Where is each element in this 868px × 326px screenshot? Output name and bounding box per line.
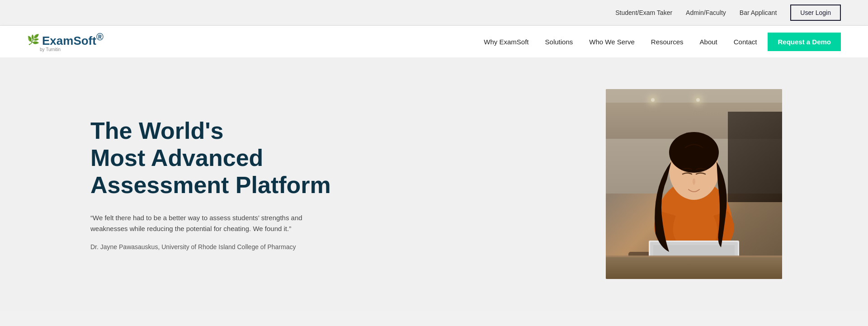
topbar-link-admin[interactable]: Admin/Faculty <box>686 9 726 16</box>
hero-person-svg <box>606 107 782 279</box>
main-nav: 🌿 ExamSoft® by Turnitin Why ExamSoft Sol… <box>0 26 868 57</box>
logo-icon: 🌿 <box>27 34 39 46</box>
hero-title: The World'sMost AdvancedAssessment Platf… <box>90 118 335 198</box>
nav-contact[interactable]: Contact <box>734 38 757 46</box>
hero-quote: “We felt there had to be a better way to… <box>90 213 335 234</box>
nav-who-we-serve[interactable]: Who We Serve <box>589 38 635 46</box>
logo-brand: ExamSoft® <box>42 31 104 48</box>
nav-why-examsoft[interactable]: Why ExamSoft <box>484 38 528 46</box>
topbar-link-bar-applicant[interactable]: Bar Applicant <box>740 9 777 16</box>
hero-attribution: Dr. Jayne Pawasauskus, University of Rho… <box>90 243 335 250</box>
user-login-button[interactable]: User Login <box>790 5 841 21</box>
top-bar: Student/Exam Taker Admin/Faculty Bar App… <box>0 0 868 26</box>
svg-point-10 <box>669 132 719 173</box>
nav-links: Why ExamSoft Solutions Who We Serve Reso… <box>484 38 757 46</box>
topbar-link-student[interactable]: Student/Exam Taker <box>615 9 672 16</box>
nav-about[interactable]: About <box>700 38 717 46</box>
nav-solutions[interactable]: Solutions <box>545 38 573 46</box>
request-demo-button[interactable]: Request a Demo <box>768 33 841 51</box>
logo-subtitle: by Turnitin <box>27 47 104 52</box>
hero-section: The World'sMost AdvancedAssessment Platf… <box>0 57 868 311</box>
hero-image <box>606 89 787 279</box>
hero-content: The World'sMost AdvancedAssessment Platf… <box>90 118 371 250</box>
logo[interactable]: 🌿 ExamSoft® by Turnitin <box>27 31 104 52</box>
nav-resources[interactable]: Resources <box>651 38 684 46</box>
